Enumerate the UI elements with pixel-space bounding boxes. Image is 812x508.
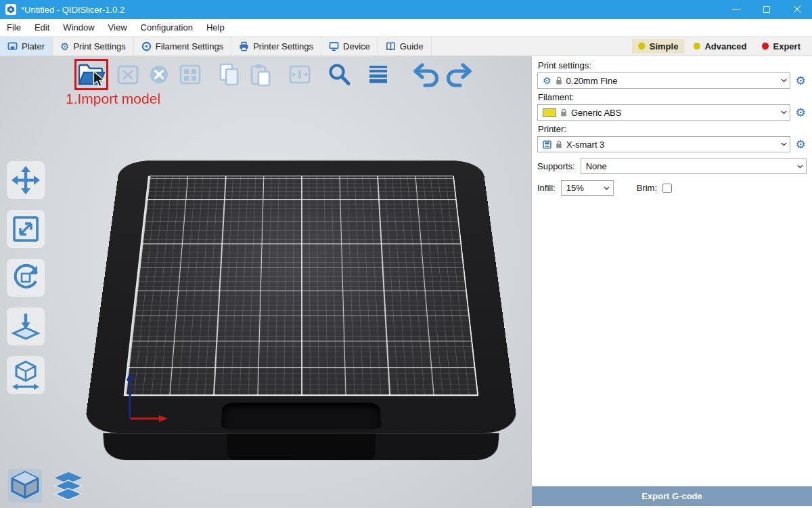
guide-book-icon — [386, 41, 396, 51]
bed-front-face — [103, 433, 499, 460]
menu-bar: File Edit Window View Configuration Help — [0, 19, 812, 37]
mode-simple[interactable]: Simple — [632, 39, 685, 54]
copy-button[interactable] — [214, 60, 245, 89]
menu-help[interactable]: Help — [200, 19, 231, 36]
search-icon — [325, 61, 353, 88]
chevron-down-icon — [601, 181, 613, 195]
brim-checkbox[interactable] — [662, 184, 672, 193]
iso-cube-icon — [9, 470, 41, 501]
menu-file[interactable]: File — [0, 19, 28, 36]
tab-guide[interactable]: Guide — [378, 37, 432, 56]
bed-grid — [124, 175, 479, 396]
split-button[interactable] — [284, 60, 315, 89]
paste-button[interactable] — [245, 60, 276, 89]
print-settings-gear-button[interactable]: ⚙ — [794, 75, 807, 87]
plater-icon — [7, 41, 18, 51]
bed-handle-notch — [221, 403, 381, 429]
simple-mode-dot-icon — [638, 43, 646, 50]
chevron-down-icon — [794, 159, 806, 173]
arrange-button[interactable] — [175, 60, 206, 89]
advanced-mode-dot-icon — [693, 43, 700, 50]
undo-icon — [412, 62, 442, 87]
paste-icon — [248, 62, 273, 87]
expert-mode-dot-icon — [762, 43, 769, 50]
variable-layer-height-button[interactable] — [363, 60, 394, 89]
rotate-icon — [10, 262, 41, 293]
mouse-cursor-icon — [93, 70, 106, 91]
close-icon — [793, 5, 801, 14]
place-on-face-tool-button[interactable] — [7, 308, 45, 345]
layers-lines-icon — [366, 62, 390, 87]
move-icon — [10, 165, 41, 196]
gear-icon: ⚙ — [543, 76, 551, 85]
filament-color-swatch — [543, 108, 556, 117]
layers-preview-button[interactable] — [51, 470, 85, 503]
redo-icon — [443, 62, 473, 87]
filament-spool-icon — [141, 41, 152, 51]
layers-stack-icon — [53, 471, 84, 501]
tab-printer-settings[interactable]: Printer Settings — [231, 37, 321, 56]
chevron-down-icon — [777, 73, 790, 88]
3d-viewport[interactable]: 1.Import model — [0, 56, 531, 508]
export-gcode-button[interactable]: Export G-code — [532, 486, 812, 506]
redo-button[interactable] — [443, 60, 474, 89]
undo-button[interactable] — [411, 60, 443, 89]
measure-tool-button[interactable] — [7, 356, 45, 394]
search-button[interactable] — [323, 60, 355, 89]
printer-gear-button[interactable]: ⚙ — [794, 139, 807, 150]
infill-label: Infill: — [537, 183, 556, 193]
filament-combo[interactable]: Generic ABS — [537, 104, 790, 121]
top-toolbar — [74, 59, 474, 90]
filament-label: Filament: — [538, 92, 807, 102]
mode-expert[interactable]: Expert — [756, 39, 807, 54]
menu-view[interactable]: View — [102, 19, 134, 36]
lock-icon — [556, 77, 562, 85]
scale-tool-button[interactable] — [7, 210, 45, 248]
settings-sidebar: Print settings: ⚙ 0.20mm Fine ⚙ Filament… — [531, 56, 812, 508]
lock-icon — [556, 140, 562, 149]
print-settings-combo[interactable]: ⚙ 0.20mm Fine — [537, 72, 790, 89]
printer-icon — [239, 41, 249, 51]
tutorial-annotation: 1.Import model — [66, 91, 160, 107]
gear-icon: ⚙ — [60, 41, 69, 51]
tab-print-settings[interactable]: ⚙ Print Settings — [53, 37, 134, 56]
menu-window[interactable]: Window — [56, 19, 101, 36]
printer-icon — [543, 140, 551, 149]
origin-axes — [120, 364, 188, 429]
tab-filament-settings[interactable]: Filament Settings — [134, 37, 231, 56]
mode-advanced[interactable]: Advanced — [687, 39, 752, 54]
infill-combo[interactable]: 15% — [561, 180, 614, 196]
split-icon — [288, 62, 312, 87]
view-controls — [8, 469, 85, 503]
chevron-down-icon — [777, 137, 790, 152]
arrange-icon — [178, 62, 202, 87]
measure-icon — [10, 360, 41, 391]
3d-view-button[interactable] — [8, 469, 42, 503]
filament-gear-button[interactable]: ⚙ — [794, 107, 807, 119]
minimize-icon — [732, 9, 740, 10]
supports-combo[interactable]: None — [581, 158, 807, 174]
close-button[interactable] — [782, 0, 812, 19]
window-title: *Untitled - QIDISlicer-1.0.2 — [21, 5, 125, 15]
tab-plater[interactable]: Plater — [0, 37, 53, 56]
print-settings-label: Print settings: — [538, 60, 807, 70]
lock-icon — [560, 108, 567, 117]
copy-icon — [217, 62, 242, 87]
minimize-button[interactable] — [721, 0, 751, 19]
tab-device[interactable]: Device — [321, 37, 378, 56]
delete-all-button[interactable] — [143, 60, 175, 89]
printer-combo[interactable]: X-smart 3 — [537, 136, 790, 152]
maximize-button[interactable] — [751, 0, 782, 19]
maximize-icon — [763, 6, 770, 13]
device-monitor-icon — [329, 41, 339, 51]
move-tool-button[interactable] — [7, 161, 45, 199]
chevron-down-icon — [777, 105, 790, 120]
menu-configuration[interactable]: Configuration — [134, 19, 200, 36]
brim-label: Brim: — [637, 183, 657, 193]
rotate-tool-button[interactable] — [7, 259, 45, 297]
tab-bar: Plater ⚙ Print Settings Filament Setting… — [0, 37, 812, 56]
delete-icon — [116, 62, 140, 87]
gizmo-toolbar — [7, 161, 45, 394]
menu-edit[interactable]: Edit — [28, 19, 56, 36]
delete-button[interactable] — [112, 60, 143, 89]
